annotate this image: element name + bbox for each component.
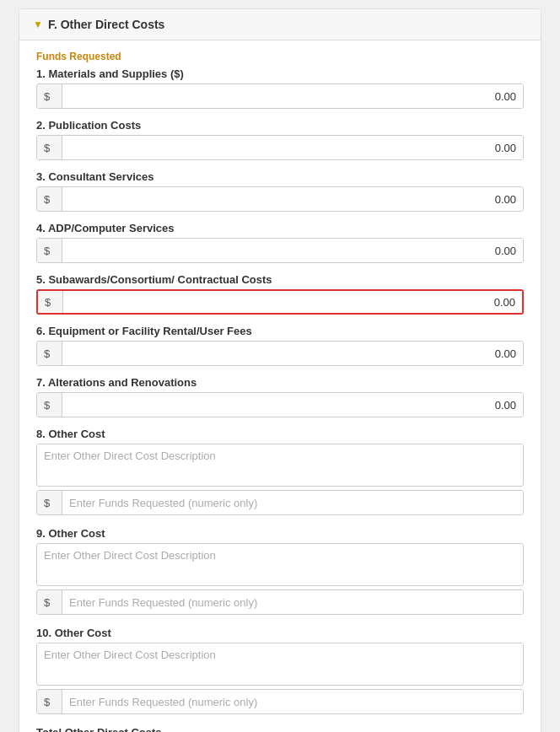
desc-textarea-wrapper-9 [36, 543, 524, 586]
desc-textarea-wrapper-8 [36, 444, 524, 487]
cost-label-3: 3. Consultant Services [36, 170, 524, 183]
cost-amount-input-6[interactable] [62, 342, 523, 365]
cost-label-7: 7. Alterations and Renovations [36, 376, 524, 389]
other-cost-label-10: 10. Other Cost [36, 627, 524, 639]
cost-amount-input-2[interactable] [62, 136, 523, 159]
cost-label-4: 4. ADP/Computer Services [36, 222, 524, 234]
desc-textarea-8[interactable] [37, 444, 523, 483]
other-cost-label-8: 8. Other Cost [36, 428, 524, 440]
dollar-prefix-1: $ [37, 84, 62, 108]
dollar-prefix-funds-9: $ [37, 590, 62, 614]
cost-amount-input-5[interactable] [63, 291, 522, 313]
cost-label-6: 6. Equipment or Facility Rental/User Fee… [36, 325, 524, 337]
cost-amount-input-3[interactable] [62, 187, 523, 211]
dollar-prefix-6: $ [37, 342, 62, 365]
other-direct-costs-card: ▼ F. Other Direct Costs Funds Requested … [19, 8, 541, 732]
cost-row-7: 7. Alterations and Renovations $ [36, 376, 524, 417]
other-cost-row-10: 10. Other Cost $ [36, 627, 524, 714]
cost-row-5: 5. Subawards/Consortium/ Contractual Cos… [36, 273, 524, 315]
cost-row-3: 3. Consultant Services $ [36, 170, 524, 212]
cost-input-group-7: $ [36, 392, 524, 417]
dollar-prefix-2: $ [37, 136, 62, 159]
funds-input-group-8: $ [36, 490, 524, 515]
funds-input-10[interactable] [62, 690, 523, 713]
cost-input-group-2: $ [36, 135, 524, 160]
cost-row-2: 2. Publication Costs $ [36, 119, 524, 160]
cost-amount-input-4[interactable] [62, 239, 523, 262]
cost-label-2: 2. Publication Costs [36, 119, 524, 132]
cost-row-6: 6. Equipment or Facility Rental/User Fee… [36, 325, 524, 366]
dollar-prefix-funds-8: $ [37, 491, 62, 514]
funds-input-group-10: $ [36, 689, 524, 714]
total-other-direct-costs-label: Total Other Direct Costs [36, 726, 524, 732]
section-title: F. Other Direct Costs [48, 18, 164, 31]
section-body: Funds Requested 1. Materials and Supplie… [19, 40, 541, 732]
dollar-prefix-3: $ [37, 187, 62, 211]
cost-amount-input-7[interactable] [62, 393, 523, 417]
other-cost-label-9: 9. Other Cost [36, 527, 524, 540]
cost-label-5: 5. Subawards/Consortium/ Contractual Cos… [36, 273, 524, 286]
cost-input-group-3: $ [36, 186, 524, 212]
dollar-prefix-5: $ [38, 291, 63, 313]
desc-textarea-10[interactable] [37, 643, 523, 682]
collapse-icon[interactable]: ▼ [33, 19, 43, 30]
cost-input-group-4: $ [36, 238, 524, 263]
cost-row-1: 1. Materials and Supplies ($) $ [36, 67, 524, 109]
other-cost-row-9: 9. Other Cost $ [36, 527, 524, 615]
dollar-prefix-funds-10: $ [37, 690, 62, 713]
cost-amount-input-1[interactable] [62, 84, 523, 108]
cost-input-group-5: $ [36, 289, 524, 315]
funds-input-group-9: $ [36, 589, 524, 615]
other-cost-row-8: 8. Other Cost $ [36, 428, 524, 515]
funds-input-8[interactable] [62, 491, 523, 514]
desc-textarea-wrapper-10 [36, 643, 524, 686]
cost-label-1: 1. Materials and Supplies ($) [36, 67, 524, 80]
cost-input-group-6: $ [36, 341, 524, 366]
cost-input-group-1: $ [36, 83, 524, 109]
section-header: ▼ F. Other Direct Costs [19, 9, 541, 40]
funds-requested-label: Funds Requested [36, 51, 524, 62]
funds-input-9[interactable] [62, 590, 523, 614]
desc-textarea-9[interactable] [37, 544, 523, 583]
dollar-prefix-4: $ [37, 239, 62, 262]
dollar-prefix-7: $ [37, 393, 62, 417]
cost-row-4: 4. ADP/Computer Services $ [36, 222, 524, 263]
